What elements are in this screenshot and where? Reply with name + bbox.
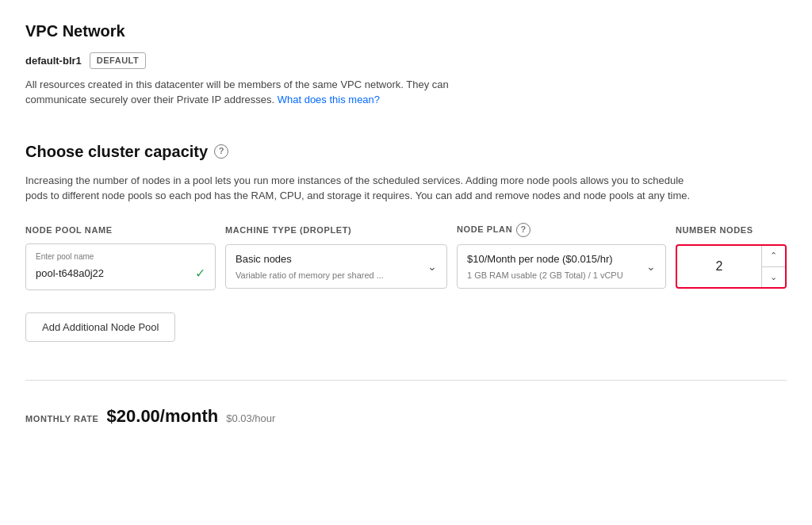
pool-name-label: Enter pool name	[36, 251, 205, 262]
stepper-increment-button[interactable]: ⌃	[762, 246, 785, 267]
pool-name-input[interactable]: Enter pool name pool-t648a0j22 ✓	[25, 243, 216, 290]
cluster-title-row: Choose cluster capacity ?	[25, 140, 787, 163]
monthly-rate-value: $20.00/month	[107, 403, 219, 429]
cluster-description: Increasing the number of nodes in a pool…	[25, 173, 707, 204]
cluster-capacity-section: Choose cluster capacity ? Increasing the…	[25, 140, 787, 367]
col-header-machine-type: MACHINE TYPE (DROPLET)	[225, 224, 447, 237]
node-plan-dropdown[interactable]: $10/Month per node ($0.015/hr) 1 GB RAM …	[457, 244, 666, 289]
pool-row: Enter pool name pool-t648a0j22 ✓ Basic n…	[25, 243, 787, 290]
col-header-number-nodes: NUMBER NODES	[676, 224, 787, 237]
cluster-help-icon[interactable]: ?	[214, 144, 228, 159]
add-node-pool-button[interactable]: Add Additional Node Pool	[25, 312, 175, 342]
node-plan-main: $10/Month per node ($0.015/hr)	[467, 251, 640, 267]
node-plan-help-icon[interactable]: ?	[516, 223, 530, 237]
vpc-description: All resources created in this datacenter…	[25, 77, 485, 108]
vpc-network-name: default-blr1	[25, 53, 82, 69]
machine-type-content: Basic nodes Variable ratio of memory per…	[236, 251, 421, 282]
col-header-pool-name: NODE POOL NAME	[25, 224, 216, 237]
stepper-decrement-button[interactable]: ⌄	[762, 267, 785, 288]
vpc-default-badge: DEFAULT	[90, 52, 146, 69]
pool-table-header: NODE POOL NAME MACHINE TYPE (DROPLET) NO…	[25, 223, 787, 237]
machine-type-sub: Variable ratio of memory per shared ...	[236, 269, 421, 282]
pool-name-value: pool-t648a0j22	[36, 266, 104, 282]
number-nodes-stepper[interactable]: 2 ⌃ ⌄	[676, 244, 787, 289]
machine-type-dropdown[interactable]: Basic nodes Variable ratio of memory per…	[225, 244, 447, 289]
cluster-title: Choose cluster capacity	[25, 140, 208, 163]
node-count-value: 2	[677, 257, 761, 276]
node-plan-chevron-icon: ⌄	[646, 259, 656, 275]
monthly-rate-row: MONTHLY RATE $20.00/month $0.03/hour	[25, 393, 787, 429]
monthly-rate-sub: $0.03/hour	[226, 411, 275, 427]
vpc-badge-row: default-blr1 DEFAULT	[25, 52, 787, 69]
stepper-buttons: ⌃ ⌄	[761, 246, 785, 287]
vpc-learn-more-link[interactable]: What does this mean?	[278, 94, 380, 105]
machine-type-chevron-icon: ⌄	[427, 259, 437, 275]
node-plan-content: $10/Month per node ($0.015/hr) 1 GB RAM …	[467, 251, 640, 282]
monthly-rate-label: MONTHLY RATE	[25, 412, 99, 426]
machine-type-main: Basic nodes	[236, 251, 421, 267]
node-plan-sub: 1 GB RAM usable (2 GB Total) / 1 vCPU	[467, 269, 640, 282]
vpc-title: VPC Network	[25, 19, 787, 43]
vpc-section: VPC Network default-blr1 DEFAULT All res…	[25, 19, 787, 108]
pool-name-checkmark: ✓	[195, 264, 205, 283]
col-header-node-plan: NODE PLAN ?	[457, 223, 666, 237]
bottom-divider	[25, 380, 787, 381]
